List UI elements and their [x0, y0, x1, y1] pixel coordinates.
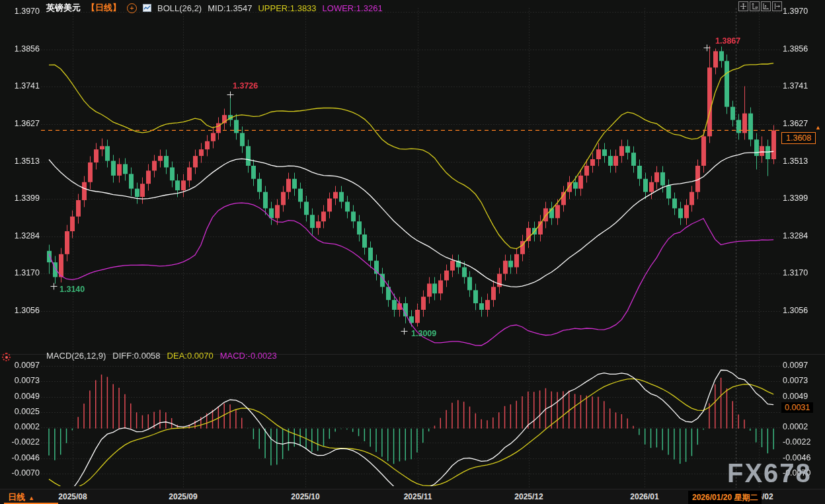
- main-chart-header: 英镑美元 【日线】 BOLL(26,2) MID:1.3547 UPPER:1.…: [46, 2, 383, 14]
- price-tick-left: 1.3970: [1, 7, 40, 16]
- time-axis-bar: 日线 2025/082025/092025/102025/112025/1220…: [0, 489, 825, 504]
- price-tick-left: 1.3399: [1, 194, 40, 203]
- macd-diff-value: DIFF:0.0058: [112, 351, 160, 361]
- macd-tick-left: 0.0097: [1, 361, 40, 370]
- pan-right-icon[interactable]: [772, 1, 782, 11]
- price-tick-right: 1.3513: [783, 157, 821, 166]
- macd-indicator-label[interactable]: MACD(26,12,9): [46, 351, 106, 361]
- macd-value-badge: 0.0031: [781, 402, 813, 413]
- macd-tick-left: -0.0022: [1, 437, 40, 447]
- price-tick-right: 1.3170: [783, 268, 821, 277]
- price-annotation: 1.3009: [411, 329, 436, 338]
- macd-tick-right: 0.0049: [783, 392, 821, 401]
- crosshair-date-badge: 2026/01/20 星期二: [688, 491, 762, 504]
- boll-lower-value: LOWER:1.3261: [323, 3, 383, 13]
- live-indicator-icon: [2, 353, 11, 361]
- mini-chart-icon: [143, 4, 151, 12]
- scroll-to-latest-icon[interactable]: [815, 124, 821, 131]
- tab-daily-period[interactable]: 日线: [8, 491, 34, 503]
- price-tick-left: 1.3627: [1, 119, 40, 128]
- boll-indicator-label[interactable]: BOLL(26,2): [157, 3, 202, 13]
- price-tick-right: 1.3399: [783, 194, 821, 203]
- price-tick-left: 1.3741: [1, 81, 40, 90]
- date-label: 2025/11: [404, 492, 432, 501]
- macd-tick-left: 0.0025: [1, 407, 40, 416]
- price-chart-canvas[interactable]: [0, 0, 825, 504]
- crosshair-tool-icon[interactable]: [738, 1, 748, 11]
- macd-dea-value: DEA:0.0070: [167, 351, 214, 361]
- price-tick-right: 1.3856: [783, 44, 821, 54]
- date-label: 2025/10: [291, 492, 319, 501]
- price-tick-right: 1.3056: [783, 306, 821, 315]
- macd-tick-left: 0.0002: [1, 422, 40, 431]
- macd-tick-right: 0.0073: [783, 376, 821, 385]
- macd-tick-left: 0.0073: [1, 376, 40, 385]
- price-tick-left: 1.3170: [1, 268, 40, 277]
- macd-tick-right: 0.0097: [783, 361, 821, 370]
- symbol-name: 英镑美元: [46, 2, 81, 14]
- brand-watermark: FX678: [727, 458, 812, 488]
- price-tick-left: 1.3056: [1, 306, 40, 315]
- period-tag[interactable]: 【日线】: [87, 2, 121, 14]
- date-label: 2026/01: [630, 492, 658, 501]
- tab-daily-label: 日线: [8, 492, 25, 502]
- macd-macd-value: MACD:-0.0023: [220, 351, 277, 361]
- price-annotation: 1.3726: [233, 81, 258, 90]
- price-tick-right: 1.3284: [783, 231, 821, 240]
- y-axis-zoom-icon[interactable]: [750, 1, 760, 11]
- date-label: 2025/12: [514, 492, 543, 501]
- price-tick-right: 1.3970: [783, 7, 821, 16]
- date-label: 2025/09: [169, 492, 197, 501]
- x-axis-zoom-icon[interactable]: [761, 1, 771, 11]
- macd-header: MACD(26,12,9) DIFF:0.0058 DEA:0.0070 MAC…: [46, 351, 277, 361]
- price-tick-left: 1.3284: [1, 231, 40, 240]
- price-annotation: 1.3867: [715, 36, 740, 46]
- macd-tick-left: -0.0070: [1, 468, 40, 478]
- price-annotation: 1.3140: [59, 285, 85, 294]
- chart-toolbar: [738, 1, 782, 11]
- trading-chart-window: 英镑美元 【日线】 BOLL(26,2) MID:1.3547 UPPER:1.…: [0, 0, 825, 504]
- boll-mid-value: MID:1.3547: [208, 3, 252, 13]
- boll-upper-value: UPPER:1.3833: [258, 3, 316, 13]
- price-tick-right: 1.3741: [783, 81, 821, 90]
- price-tick-left: 1.3513: [1, 157, 40, 166]
- macd-tick-left: 0.0049: [1, 392, 40, 401]
- macd-tick-left: -0.0046: [1, 453, 40, 462]
- price-tick-left: 1.3856: [1, 44, 40, 54]
- chevron-up-icon: [28, 495, 34, 501]
- last-price-badge: 1.3608: [781, 132, 816, 144]
- add-indicator-icon[interactable]: [127, 3, 137, 13]
- macd-tick-right: -0.0022: [783, 437, 821, 447]
- date-label: 2025/08: [58, 492, 87, 501]
- macd-tick-right: 0.0002: [783, 422, 821, 431]
